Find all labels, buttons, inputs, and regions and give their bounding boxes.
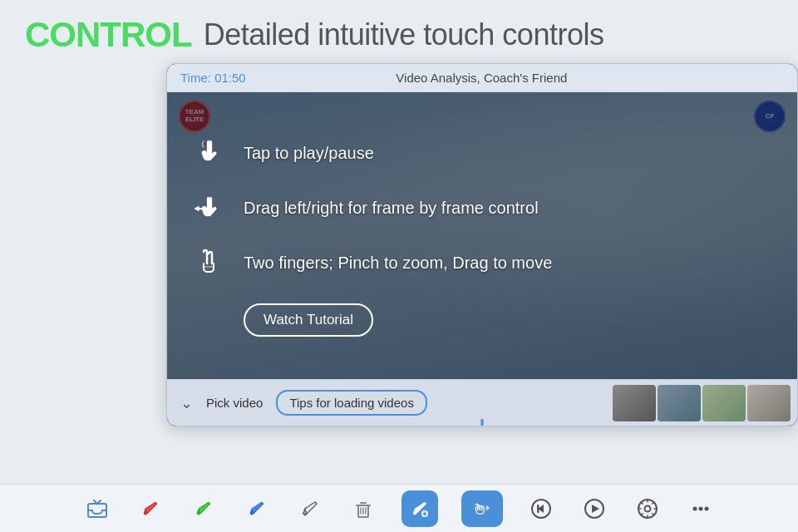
- play-icon[interactable]: [579, 494, 609, 524]
- svg-point-7: [645, 505, 651, 511]
- inbox-icon[interactable]: [82, 494, 112, 524]
- tip-text-drag: Drag left/right for frame by frame contr…: [244, 199, 539, 218]
- video-time: Time: 01:50: [180, 71, 246, 85]
- filmstrip-thumb: [747, 385, 791, 421]
- blue-indicator-line: [481, 419, 484, 426]
- chevron-down-icon: ⌄: [180, 394, 193, 412]
- draw-active-icon[interactable]: [401, 490, 438, 527]
- tip-text-tap: Tap to play/pause: [244, 144, 374, 163]
- overlay-panel: Tap to play/pause Drag left/right for f: [167, 92, 797, 379]
- filmstrip-thumb: [613, 385, 656, 421]
- svg-rect-4: [537, 505, 539, 513]
- video-title: Video Analysis, Coach's Friend: [396, 71, 567, 85]
- more-icon[interactable]: [686, 494, 716, 524]
- video-topbar: Time: 01:50 Video Analysis, Coach's Frie…: [167, 64, 797, 92]
- pencil-red-icon[interactable]: [135, 494, 165, 524]
- pencil-outline-icon[interactable]: [295, 494, 325, 524]
- tip-row-tap: Tap to play/pause: [192, 135, 374, 172]
- svg-point-10: [705, 506, 709, 510]
- pinch-icon: [192, 245, 229, 282]
- filmstrip-thumb: [702, 385, 746, 421]
- svg-point-9: [699, 506, 703, 510]
- tip-text-pinch: Two fingers; Pinch to zoom, Drag to move: [244, 254, 552, 273]
- video-area[interactable]: TEAMELITE CF Tap to play/pause: [167, 92, 797, 379]
- skip-back-icon[interactable]: [526, 494, 556, 524]
- filmstrip: [489, 382, 797, 425]
- tips-loading-button[interactable]: Tips for loading videos: [276, 390, 427, 416]
- pencil-blue-icon[interactable]: [242, 494, 272, 524]
- header-subtitle: Detailed intuitive touch controls: [204, 17, 604, 52]
- watch-tutorial-button[interactable]: Watch Tutorial: [244, 303, 373, 337]
- main-container: Time: 01:50 Video Analysis, Coach's Frie…: [166, 63, 798, 426]
- tip-row-drag: Drag left/right for frame by frame contr…: [192, 190, 539, 227]
- pick-video-button[interactable]: Pick video: [200, 391, 269, 415]
- video-bottom-bar: ⌄ Pick video Tips for loading videos: [167, 379, 797, 426]
- bottom-toolbar: [0, 484, 798, 532]
- pencil-green-icon[interactable]: [189, 494, 219, 524]
- filmstrip-thumb: [658, 385, 701, 421]
- svg-point-8: [693, 506, 697, 510]
- tap-icon: [192, 135, 229, 172]
- drag-icon: [192, 190, 229, 227]
- trash-icon[interactable]: [348, 494, 378, 524]
- video-bottom-left: ⌄ Pick video Tips for loading videos: [167, 390, 489, 416]
- move-icon[interactable]: [461, 490, 503, 527]
- control-label: CONTROL: [25, 15, 192, 55]
- video-frame: Time: 01:50 Video Analysis, Coach's Frie…: [166, 63, 798, 426]
- tip-row-pinch: Two fingers; Pinch to zoom, Drag to move: [192, 245, 552, 282]
- settings-icon[interactable]: [633, 494, 663, 524]
- page-header: CONTROL Detailed intuitive touch control…: [0, 0, 798, 63]
